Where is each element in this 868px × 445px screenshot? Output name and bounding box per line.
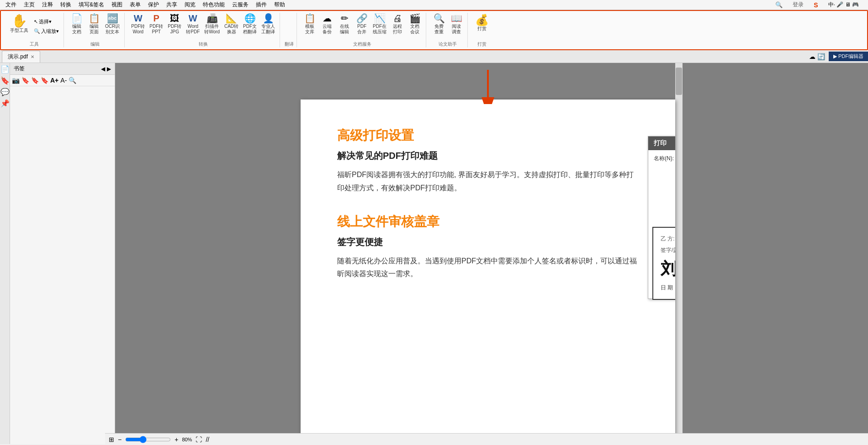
menu-cloud[interactable]: 云服务 xyxy=(228,0,252,10)
fit-icon[interactable]: ⊞ xyxy=(109,436,114,443)
fullscreen-icon[interactable]: ⛶ xyxy=(196,436,202,443)
pdf-to-word-button[interactable]: W PDF转Word xyxy=(129,13,147,36)
tools-section-label: 工具 xyxy=(30,41,39,47)
survey-icon: 📖 xyxy=(451,14,462,23)
menu-help[interactable]: 帮助 xyxy=(270,0,289,10)
ocr-icon: 🔤 xyxy=(107,14,118,23)
select-button[interactable]: ↖ 选择▾ xyxy=(32,17,61,26)
select-label: 选择▾ xyxy=(39,18,52,25)
edit-page-button[interactable]: 📋 编辑页面 xyxy=(86,13,102,36)
pro-translate-label: 专业人工翻译 xyxy=(261,24,275,35)
zoom-icon: 🔍 xyxy=(34,28,40,34)
scroll-icon: // xyxy=(206,436,209,443)
zoom-label: 入缩放▾ xyxy=(41,28,59,35)
tab-demo-pdf[interactable]: 演示.pdf ✕ xyxy=(2,51,40,63)
handtool-label: 手型工具 xyxy=(10,27,28,34)
section2-subtitle: 签字更便捷 xyxy=(337,236,639,248)
ribbon: ✋ 手型工具 ↖ 选择▾ 🔍 入缩放▾ 工具 xyxy=(0,10,868,50)
font-smaller-icon[interactable]: A- xyxy=(60,77,67,84)
scan-to-word-button[interactable]: 📠 扫描件转Word xyxy=(202,13,222,36)
login-button[interactable]: 登录 xyxy=(789,0,807,10)
pro-translate-button[interactable]: 👤 专业人工翻译 xyxy=(259,13,277,36)
ocr-button[interactable]: 🔤 OCR识别文本 xyxy=(103,13,122,36)
menu-form[interactable]: 表单 xyxy=(126,0,144,10)
search-icon[interactable]: 🔍 xyxy=(772,0,786,9)
zoom-slider[interactable] xyxy=(125,436,171,443)
ribbon-section-docservice: 📋 模板文库 ☁ 云端备份 ✏ 在线编辑 🔗 PDF合并 📉 PDF在 xyxy=(299,13,426,47)
menu-special[interactable]: 特色功能 xyxy=(199,0,228,10)
menu-share[interactable]: 共享 xyxy=(163,0,181,10)
edit-buttons: 📄 编辑文档 📋 编辑页面 🔤 OCR识别文本 xyxy=(69,13,122,36)
pdf-compress-button[interactable]: 📉 PDF在线压缩 xyxy=(371,13,388,36)
scrollbar-thumb[interactable] xyxy=(676,68,682,95)
cloud-backup-button[interactable]: ☁ 云端备份 xyxy=(319,13,335,36)
check-label: 免费查重 xyxy=(434,24,444,35)
cad-convert-button[interactable]: 📐 CAD转换器 xyxy=(222,13,240,36)
strip-page-icon[interactable]: 📄 xyxy=(0,65,10,73)
tab-close-button[interactable]: ✕ xyxy=(31,54,34,59)
bookmark-img-icon[interactable]: 📷 xyxy=(12,77,20,84)
online-edit-icon: ✏ xyxy=(341,14,349,23)
reward-button[interactable]: 💰 打赏 xyxy=(472,13,492,34)
bookmark-remove-icon[interactable]: 🔖 xyxy=(31,77,39,84)
reward-icon: 💰 xyxy=(475,15,489,26)
template-library-button[interactable]: 📋 模板文库 xyxy=(302,13,318,36)
edit-doc-button[interactable]: 📄 编辑文档 xyxy=(69,13,85,36)
pdf-translate-button[interactable]: 🌐 PDF文档翻译 xyxy=(241,13,259,36)
zoom-button[interactable]: 🔍 入缩放▾ xyxy=(32,27,61,36)
strip-bookmark-icon[interactable]: 🔖 xyxy=(0,76,10,85)
bookmark-add-icon[interactable]: 🔖 xyxy=(21,77,29,84)
menu-plugin[interactable]: 插件 xyxy=(252,0,270,10)
menu-browse[interactable]: 阅览 xyxy=(181,0,199,10)
zoom-level-label: 80% xyxy=(182,437,192,442)
menu-protect[interactable]: 保护 xyxy=(144,0,163,10)
signature-box: 乙 方: 签字/盖章： 刘关张 日 期： 2021 年 6 月 21 日 xyxy=(652,227,675,300)
section1-title: 高级打印设置 xyxy=(337,127,639,144)
strip-comment-icon[interactable]: 💬 xyxy=(0,88,10,96)
translate-label: PDF文档翻译 xyxy=(243,24,257,35)
menu-fillsign[interactable]: 填写&签名 xyxy=(75,0,108,10)
remote-print-button[interactable]: 🖨 远程打印 xyxy=(389,13,406,36)
word-to-pdf-button[interactable]: W Word转PDF xyxy=(184,13,201,36)
zoom-minus[interactable]: − xyxy=(118,436,122,443)
pdf-merge-button[interactable]: 🔗 PDF合并 xyxy=(354,13,370,36)
bookmark-nav-icon[interactable]: 🔖 xyxy=(41,77,48,84)
pdf-page: 高级打印设置 解决常见的PDF打印难题 福昕PDF阅读器拥有强大的打印功能, 界… xyxy=(301,99,675,444)
date-label: 日 期： xyxy=(661,284,675,291)
pdf-editor-button[interactable]: ▶ PDF编辑器 xyxy=(829,52,868,61)
sidebar-nav-prev[interactable]: ◀ xyxy=(101,66,105,72)
font-larger-icon[interactable]: A+ xyxy=(50,77,58,84)
section-print: 高级打印设置 解决常见的PDF打印难题 福昕PDF阅读器拥有强大的打印功能, 界… xyxy=(337,127,639,195)
menu-convert[interactable]: 转换 xyxy=(57,0,75,10)
party-label: 乙 方: xyxy=(661,235,675,243)
meeting-icon: 🎬 xyxy=(409,14,421,23)
online-edit-button[interactable]: ✏ 在线编辑 xyxy=(336,13,353,36)
handtool-button[interactable]: ✋ 手型工具 xyxy=(7,13,31,36)
doc-meeting-button[interactable]: 🎬 文档会议 xyxy=(407,13,423,36)
reward-section-label: 打赏 xyxy=(477,41,487,47)
plagiarism-check-button[interactable]: 🔍 免费查重 xyxy=(431,13,447,36)
search-bookmark-icon[interactable]: 🔍 xyxy=(69,77,76,84)
strip-pin-icon[interactable]: 📌 xyxy=(0,99,10,108)
pdf-to-jpg-button[interactable]: 🖼 PDF转JPG xyxy=(166,13,183,36)
compress-icon: 📉 xyxy=(374,14,386,23)
red-arrow xyxy=(470,68,506,106)
pdf-to-ppt-button[interactable]: P PDF转PPT xyxy=(148,13,165,36)
remote-print-icon: 🖨 xyxy=(393,14,402,23)
sidebar-nav-next[interactable]: ▶ xyxy=(107,66,111,72)
ocr-label: OCR识别文本 xyxy=(105,24,120,35)
ribbon-section-convert: W PDF转Word P PDF转PPT 🖼 PDF转JPG W Word转PD… xyxy=(127,13,280,47)
sign-label: 签字/盖章： xyxy=(661,246,675,254)
menu-annotate[interactable]: 注释 xyxy=(38,0,57,10)
menu-file[interactable]: 文件 xyxy=(2,0,20,10)
signature-name: 刘关张 xyxy=(661,258,675,280)
reading-survey-button[interactable]: 📖 阅读调查 xyxy=(448,13,465,36)
print-name-label: 名称(N): xyxy=(654,155,675,162)
scrollbar[interactable] xyxy=(675,63,683,444)
menu-home[interactable]: 主页 xyxy=(20,0,38,10)
ribbon-section-translate: 翻译 xyxy=(282,13,297,47)
zoom-plus[interactable]: + xyxy=(175,436,178,443)
menu-view[interactable]: 视图 xyxy=(108,0,126,10)
print-name-row: 名称(N): Foxit Reader PDF Printer Fax Foxi… xyxy=(654,155,675,239)
main-area: 📄 🔖 💬 📌 书签 ◀ ▶ 📷 🔖 🔖 🔖 A+ A- 🔍 xyxy=(0,63,868,444)
